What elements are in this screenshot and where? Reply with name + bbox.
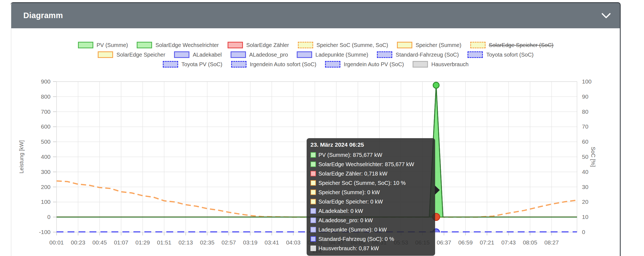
tooltip-row: SolarEdge Speicher: 0 kW [310,197,431,206]
x-axis-tick: 00:23 [71,239,85,246]
tooltip-swatch-icon [310,208,316,214]
x-axis-tick: 02:13 [178,239,193,246]
y-axis-tick-right: 30 [582,184,588,190]
y-axis-tick-left: 700 [41,108,51,115]
y-axis-title-right: SoC [%] [590,147,596,167]
tooltip-pointer-icon [435,185,440,195]
y-axis-tick-left: 300 [41,169,51,175]
y-axis-tick-left: -100 [39,229,51,235]
x-axis-tick: 03:19 [243,239,257,246]
y-axis-tick-left: 600 [41,123,51,130]
tooltip-row-text: Speicher (Summe): 0 kW [318,189,380,196]
tooltip-row: PV (Summe): 875,677 kW [310,150,431,160]
y-axis-tick-right: 0 [582,229,585,235]
tooltip-row: ALadekabel: 0 kW [310,206,431,216]
tooltip-row-text: Ladepunkte (Summe): 0 kW [318,227,387,233]
x-axis-tick: 06:37 [437,239,451,246]
y-axis-tick-left: 100 [41,199,51,205]
tooltip-row-text: SolarEdge Speicher: 0 kW [318,199,383,205]
tooltip-row: SolarEdge Wechselrichter: 875,677 kW [310,160,431,169]
y-axis-tick-left: 400 [41,154,51,160]
x-axis-tick: 08:27 [544,239,559,246]
x-axis-tick: 03:41 [265,239,279,246]
tooltip-row-text: PV (Summe): 875,677 kW [318,152,382,158]
x-axis-tick: 07:21 [480,239,494,246]
tooltip-row: Speicher SoC (Summe, SoC): 10 % [310,178,431,188]
x-axis-tick: 02:57 [222,239,236,246]
y-axis-tick-left: 0 [47,214,51,220]
y-axis-tick-right: 50 [582,154,588,160]
tooltip-row-text: ALadedose_pro: 0 kW [318,217,373,224]
tooltip-swatch-icon [310,171,316,176]
tooltip-title: 23. März 2024 06:25 [310,141,431,148]
tooltip-row: SolarEdge Zähler: 0,718 kW [310,169,431,178]
y-axis-tick-right: 70 [582,123,588,130]
tooltip-row-text: SolarEdge Wechselrichter: 875,677 kW [318,161,414,168]
y-axis-tick-right: 40 [582,169,588,175]
x-axis-tick: 01:07 [114,239,128,246]
tooltip-row: Hausverbrauch: 0,87 kW [310,244,431,253]
tooltip-row: Ladepunkte (Summe): 0 kW [310,225,431,234]
tooltip-rows: PV (Summe): 875,677 kWSolarEdge Wechselr… [310,150,431,253]
x-axis-tick: 01:51 [157,239,172,246]
tooltip-swatch-icon [310,190,316,195]
y-axis-tick-right: 60 [582,138,588,145]
tooltip-row-text: Speicher SoC (Summe, SoC): 10 % [318,180,406,186]
y-axis-tick-right: 90 [582,93,588,100]
x-axis-tick: 01:29 [135,239,150,246]
hover-point-icon [433,82,439,88]
tooltip-row: ALadedose_pro: 0 kW [310,216,431,225]
tooltip-row: Speicher (Summe): 0 kW [310,188,431,197]
x-axis-tick: 00:45 [93,239,107,246]
tooltip-row-text: ALadekabel: 0 kW [318,208,363,214]
tooltip-row-text: Standard-Fahrzeug (SoC): 0 % [318,236,394,242]
tooltip-swatch-icon [310,218,316,223]
tooltip-row: Standard-Fahrzeug (SoC): 0 % [310,234,431,244]
y-axis-tick-right: 100 [582,78,592,85]
y-axis-tick-left: 500 [41,138,51,145]
tooltip-swatch-icon [310,246,316,251]
tooltip-swatch-icon [310,236,316,242]
page: Diagramm PV (Summe)SolarEdge Wechselrich… [0,0,644,256]
x-axis-tick: 00:01 [49,239,64,246]
x-axis-tick: 06:59 [458,239,473,246]
tooltip-swatch-icon [310,162,316,167]
y-axis-tick-right: 20 [582,199,588,205]
y-axis-tick-right: 80 [582,108,588,115]
tooltip-swatch-icon [310,199,316,204]
tooltip-swatch-icon [310,180,316,186]
x-axis-tick: 07:43 [501,239,516,246]
y-axis-tick-left: 800 [41,93,51,100]
x-axis-tick: 08:05 [523,239,537,246]
y-axis-tick-right: 10 [582,214,588,220]
y-axis-title-left: Leistung [kW] [18,140,25,173]
x-axis-tick: 02:35 [200,239,215,246]
x-axis-tick: 04:03 [286,239,301,246]
tooltip-row-text: Hausverbrauch: 0,87 kW [318,245,379,252]
tooltip-swatch-icon [310,227,316,232]
y-axis-tick-left: 900 [41,78,51,85]
chart-tooltip: 23. März 2024 06:25 PV (Summe): 875,677 … [307,138,435,256]
y-axis-tick-left: 200 [41,184,51,190]
tooltip-row-text: SolarEdge Zähler: 0,718 kW [318,171,387,177]
tooltip-swatch-icon [310,152,316,158]
